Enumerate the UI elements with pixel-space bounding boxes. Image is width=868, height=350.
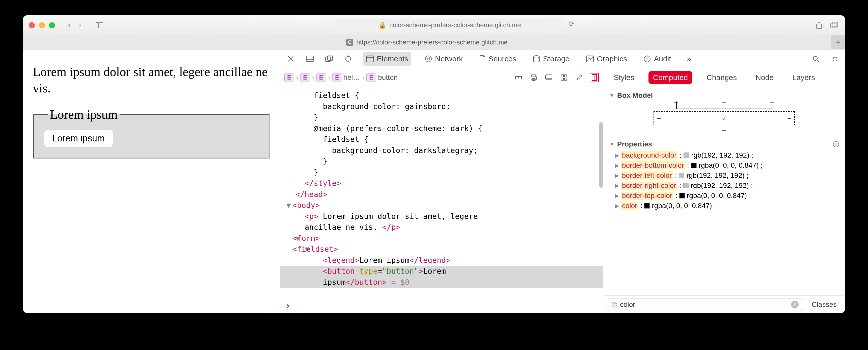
dock-bottom-icon[interactable] xyxy=(306,55,314,63)
settings-gear-icon[interactable] xyxy=(831,55,839,63)
crumb-fieldset-e[interactable]: E xyxy=(332,73,342,82)
color-swatch[interactable] xyxy=(679,173,684,178)
clear-filter-button[interactable]: ✕ xyxy=(791,301,799,308)
inspect-element-icon[interactable] xyxy=(344,55,352,63)
url-field[interactable]: 🔒 color-scheme-prefers-color-scheme.glit… xyxy=(336,19,563,32)
ruler-icon[interactable] xyxy=(514,73,523,82)
minimize-window-button[interactable] xyxy=(39,22,45,28)
reload-button[interactable]: ⟳ xyxy=(566,19,576,29)
property-name: background-color xyxy=(621,151,678,159)
crumb-button[interactable]: button xyxy=(378,74,398,82)
close-window-button[interactable] xyxy=(29,22,35,28)
device-icon[interactable] xyxy=(544,73,553,82)
devtools-styles-panel: Styles Computed Changes Node Layers ▼ Bo… xyxy=(603,68,845,313)
chevron-right-icon: ▶ xyxy=(615,163,619,169)
forward-button[interactable]: › xyxy=(75,20,85,30)
property-row[interactable]: ▶border-right-color: rgb(192, 192, 192); xyxy=(609,180,839,191)
dock-undock-icon[interactable] xyxy=(325,55,333,63)
tab-graphics[interactable]: Graphics xyxy=(583,52,630,66)
overflow-tabs-button[interactable]: » xyxy=(685,55,693,63)
nav-buttons: ‹ › xyxy=(64,20,85,30)
browser-tab[interactable]: C https://color-scheme-prefers-color-sch… xyxy=(23,35,831,49)
dom-line-selected[interactable]: <button type="button">Lorem xyxy=(280,266,603,277)
color-swatch[interactable] xyxy=(691,163,697,168)
back-button[interactable]: ‹ xyxy=(64,20,74,30)
page-paragraph: Lorem ipsum dolor sit amet, legere ancil… xyxy=(33,64,270,96)
content-area: Lorem ipsum dolor sit amet, legere ancil… xyxy=(23,50,845,313)
print-icon[interactable] xyxy=(529,73,538,82)
color-swatch[interactable] xyxy=(644,203,650,209)
tab-layers[interactable]: Layers xyxy=(788,71,819,84)
color-swatch[interactable] xyxy=(683,183,689,188)
dom-line[interactable]: ▼ <form> xyxy=(280,233,603,244)
color-swatch[interactable] xyxy=(679,193,685,199)
url-bar: 🔒 color-scheme-prefers-color-scheme.glit… xyxy=(107,19,805,32)
tab-changes[interactable]: Changes xyxy=(702,71,741,84)
crumb-fieldset[interactable]: fiel… xyxy=(344,74,360,82)
property-row[interactable]: ▶background-color: rgb(192, 192, 192); xyxy=(609,150,839,161)
tabs-overview-button[interactable] xyxy=(829,20,839,30)
dom-line[interactable]: background-color: darkslategray; xyxy=(280,145,603,156)
property-row[interactable]: ▶border-top-color: rgba(0, 0, 0, 0.847); xyxy=(609,191,839,201)
dom-line[interactable]: fieldset { xyxy=(280,134,603,145)
property-value: rgb(192, 192, 192) xyxy=(691,181,749,189)
search-icon[interactable] xyxy=(811,55,820,63)
maximize-window-button[interactable] xyxy=(49,22,55,28)
tab-sources[interactable]: Sources xyxy=(476,52,519,66)
sidebar-toggle-button[interactable] xyxy=(94,20,104,30)
property-name: border-top-color xyxy=(621,192,673,200)
properties-header[interactable]: ▼Properties xyxy=(609,140,839,148)
dom-line[interactable]: background-color: gainsboro; xyxy=(280,101,603,112)
filter-options-icon[interactable] xyxy=(833,141,839,147)
tab-elements[interactable]: Elements xyxy=(363,52,411,66)
dom-line[interactable]: } xyxy=(280,156,603,167)
crumb-body[interactable]: E xyxy=(300,73,310,82)
dom-line[interactable]: ▼ <fieldset> xyxy=(280,244,603,255)
box-model-diagram[interactable]: — — — —2— — xyxy=(653,101,795,134)
tab-network[interactable]: Network xyxy=(422,52,466,66)
dom-line[interactable]: } xyxy=(280,112,603,123)
crumb-html[interactable]: E xyxy=(284,73,294,82)
property-name: border-left-color xyxy=(621,172,673,179)
tab-storage[interactable]: Storage xyxy=(530,52,572,66)
dom-line[interactable]: ▼ <body> xyxy=(280,200,603,211)
dom-line[interactable]: @media (prefers-color-scheme: dark) { xyxy=(280,123,603,134)
new-tab-button[interactable]: + xyxy=(831,35,845,49)
dom-tree[interactable]: fieldset { background-color: gainsboro; … xyxy=(280,87,603,298)
dom-breadcrumbs: E› E› E› E fiel…› E button xyxy=(280,68,603,87)
tab-styles[interactable]: Styles xyxy=(609,71,639,84)
scrollbar[interactable] xyxy=(599,122,603,188)
tab-node[interactable]: Node xyxy=(751,71,778,84)
color-swatch[interactable] xyxy=(684,152,689,158)
tab-bar: C https://color-scheme-prefers-color-sch… xyxy=(23,35,845,50)
dom-line[interactable]: } xyxy=(280,167,603,178)
filter-input[interactable]: color ✕ xyxy=(607,298,803,311)
tab-audit[interactable]: Audit xyxy=(641,52,674,66)
dom-line[interactable]: </style> xyxy=(280,178,603,189)
brush-icon[interactable] xyxy=(575,73,584,82)
styles-tabbar: Styles Computed Changes Node Layers xyxy=(603,68,845,87)
share-button[interactable] xyxy=(814,20,824,30)
crumb-form[interactable]: E xyxy=(316,73,326,82)
dom-line[interactable]: ancillae ne vis. </p> xyxy=(280,222,603,233)
svg-rect-38 xyxy=(561,78,563,80)
property-name: border-right-color xyxy=(621,181,677,189)
dom-line[interactable]: </head> xyxy=(280,189,603,200)
close-devtools-button[interactable] xyxy=(286,55,295,63)
page-button[interactable]: Lorem ipsum xyxy=(44,129,113,147)
chevron-right-icon: ▶ xyxy=(615,193,619,199)
compositing-borders-icon[interactable] xyxy=(590,73,599,82)
tab-computed[interactable]: Computed xyxy=(649,71,692,84)
grid-icon[interactable] xyxy=(559,73,568,82)
chevron-down-icon: ▼ xyxy=(609,92,615,99)
dom-line[interactable]: fieldset { xyxy=(280,90,603,101)
dom-line[interactable]: <legend>Lorem ipsum</legend> xyxy=(280,255,603,266)
property-row[interactable]: ▶border-bottom-color: rgba(0, 0, 0, 0.84… xyxy=(609,161,839,171)
crumb-button-e[interactable]: E xyxy=(366,73,376,82)
dom-line[interactable]: <p> Lorem ipsum dolor sit amet, legere xyxy=(280,211,603,222)
classes-button[interactable]: Classes xyxy=(807,298,841,311)
property-row[interactable]: ▶color: rgba(0, 0, 0, 0.847); xyxy=(609,201,839,211)
console-drawer[interactable]: › xyxy=(280,298,603,313)
property-row[interactable]: ▶border-left-color: rgb(192, 192, 192); xyxy=(609,171,839,180)
dom-line-selected[interactable]: ipsum</button> = $0 xyxy=(280,277,603,288)
